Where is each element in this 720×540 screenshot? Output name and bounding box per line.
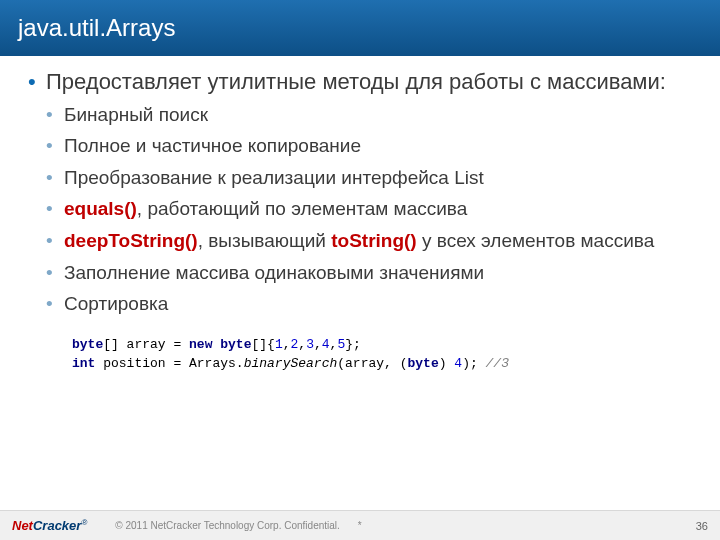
copyright: © 2011 NetCracker Technology Corp. Confi…	[115, 520, 340, 531]
deeptostring-mid: , вызывающий	[198, 230, 332, 251]
logo-registered: ®	[81, 518, 87, 527]
slide-title: java.util.Arrays	[18, 14, 175, 42]
equals-code: equals()	[64, 198, 137, 219]
logo-cracker: Cracker	[33, 518, 81, 533]
sub-bullet-2: Полное и частичное копирование	[46, 133, 692, 159]
sub-bullet-7: Сортировка	[46, 291, 692, 317]
footnote-star: *	[358, 520, 362, 531]
sub-bullet-4: equals(), работающий по элементам массив…	[46, 196, 692, 222]
title-bar: java.util.Arrays	[0, 0, 720, 56]
tostring-code: toString()	[331, 230, 416, 251]
slide-content: Предоставляет утилитные методы для работ…	[0, 56, 720, 374]
main-bullet: Предоставляет утилитные методы для работ…	[28, 68, 692, 317]
code-line-2: int position = Arrays.binarySearch(array…	[72, 354, 692, 374]
code-line-1: byte[] array = new byte[]{1,2,3,4,5};	[72, 335, 692, 355]
logo-net: Net	[12, 518, 33, 533]
sub-bullet-5: deepToString(), вызывающий toString() у …	[46, 228, 692, 254]
deeptostring-rest: у всех элементов массива	[417, 230, 655, 251]
equals-rest: , работающий по элементам массива	[137, 198, 467, 219]
main-bullet-text: Предоставляет утилитные методы для работ…	[46, 69, 666, 94]
page-number: 36	[696, 520, 708, 532]
code-example: byte[] array = new byte[]{1,2,3,4,5}; in…	[72, 335, 692, 374]
footer: NetCracker® © 2011 NetCracker Technology…	[0, 510, 720, 540]
netcracker-logo: NetCracker®	[12, 518, 87, 533]
sub-bullet-3: Преобразование к реализации интерфейса L…	[46, 165, 692, 191]
sub-bullet-6: Заполнение массива одинаковыми значениям…	[46, 260, 692, 286]
deeptostring-code: deepToString()	[64, 230, 198, 251]
sub-bullet-1: Бинарный поиск	[46, 102, 692, 128]
